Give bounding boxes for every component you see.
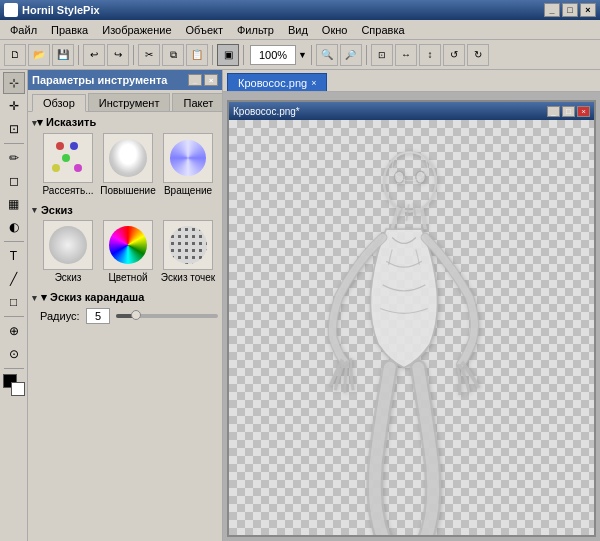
tab-pack[interactable]: Пакет [172,93,223,111]
menu-window[interactable]: Окно [316,22,354,38]
filter-sketch-dots[interactable]: Эскиз точек [160,220,216,283]
inner-min-button[interactable]: _ [547,106,560,117]
crop-tool[interactable]: ⊡ [3,118,25,140]
svg-line-1 [392,208,398,229]
canvas-tab[interactable]: Кровосос.png × [227,73,327,91]
flip-v-button[interactable]: ↕ [419,44,441,66]
slider-track [116,314,218,318]
select-tool[interactable]: ⊹ [3,72,25,94]
background-color[interactable] [11,382,25,396]
rotate-left-button[interactable]: ↺ [443,44,465,66]
menu-help[interactable]: Справка [355,22,410,38]
fill-tool[interactable]: ▦ [3,193,25,215]
section-eskiz-header[interactable]: ▾ Эскиз [32,204,218,216]
tab-tool[interactable]: Инструмент [88,93,171,111]
menu-bar: Файл Правка Изображение Объект Фильтр Ви… [0,20,600,40]
filter-sketch-dots-label: Эскиз точек [161,272,215,283]
panel-title: Параметры инструмента [32,74,167,86]
filter-sketch-color[interactable]: Цветной [100,220,156,283]
toolbar-sep-2 [133,45,134,65]
filter-sketch-gray[interactable]: Эскиз [40,220,96,283]
section-iskaz-header[interactable]: ▾ ▾ Исказить [32,116,218,129]
canvas-tab-label: Кровосос.png [238,77,307,89]
maximize-button[interactable]: □ [562,3,578,17]
text-tool[interactable]: T [3,245,25,267]
zoom-input[interactable] [250,45,296,65]
zoom-box: ▼ [250,45,307,65]
tool-sep-2 [4,241,24,242]
open-button[interactable]: 📂 [28,44,50,66]
menu-object[interactable]: Объект [180,22,229,38]
radius-slider[interactable] [116,311,218,321]
color-swatch [3,374,25,396]
canvas-tab-bar: Кровосос.png × [223,70,600,92]
panel-close-button[interactable]: × [204,74,218,86]
fit-button[interactable]: ⊡ [371,44,393,66]
redo-button[interactable]: ↪ [107,44,129,66]
line-tool[interactable]: ╱ [3,268,25,290]
zoom-out-button[interactable]: 🔎 [340,44,362,66]
panel-title-bar: Параметры инструмента _ × [28,70,222,90]
clone-tool[interactable]: ⊙ [3,343,25,365]
inner-max-button[interactable]: □ [562,106,575,117]
canvas-content [229,120,594,535]
filter-scatter-preview [43,133,93,183]
zoom-suffix: ▼ [298,50,307,60]
rotate-right-button[interactable]: ↻ [467,44,489,66]
menu-edit[interactable]: Правка [45,22,94,38]
minimize-button[interactable]: _ [544,3,560,17]
menu-view[interactable]: Вид [282,22,314,38]
zoom-in-button[interactable]: 🔍 [316,44,338,66]
eraser-tool[interactable]: ◻ [3,170,25,192]
inner-window-controls: _ □ × [547,106,590,117]
eyedropper-tool[interactable]: ⊕ [3,320,25,342]
menu-filter[interactable]: Фильтр [231,22,280,38]
panel-minimize-button[interactable]: _ [188,74,202,86]
filter-scatter-label: Рассеять... [42,185,93,196]
filter-sketch-gray-preview [43,220,93,270]
new-button[interactable]: 🗋 [4,44,26,66]
brush-tool[interactable]: ✏ [3,147,25,169]
filter-rotate-label: Вращение [164,185,212,196]
section-pencil-label: ▾ Эскиз карандаша [41,291,144,304]
inner-close-button[interactable]: × [577,106,590,117]
svg-point-5 [392,152,428,180]
panel-title-controls: _ × [188,74,218,86]
shape-tool[interactable]: □ [3,291,25,313]
gradient-tool[interactable]: ◐ [3,216,25,238]
undo-button[interactable]: ↩ [83,44,105,66]
slider-thumb[interactable] [131,310,141,320]
toolbar-sep-6 [366,45,367,65]
filter-rotate[interactable]: Вращение [160,133,216,196]
cut-button[interactable]: ✂ [138,44,160,66]
radius-input[interactable] [86,308,110,324]
section-iskaz-label: ▾ Исказить [37,116,96,129]
filter-scatter[interactable]: Рассеять... [40,133,96,196]
flip-h-button[interactable]: ↔ [395,44,417,66]
section-pencil-arrow: ▾ [32,293,37,303]
tool-sep-1 [4,143,24,144]
close-button[interactable]: × [580,3,596,17]
menu-image[interactable]: Изображение [96,22,177,38]
filter-raise-preview [103,133,153,183]
toolbar-sep-4 [243,45,244,65]
canvas-tab-close[interactable]: × [311,78,316,88]
title-bar: Hornil StylePix _ □ × [0,0,600,20]
select-mode-button[interactable]: ▣ [217,44,239,66]
radius-label: Радиус: [40,310,80,322]
save-button[interactable]: 💾 [52,44,74,66]
filter-raise[interactable]: Повышение [100,133,156,196]
main-area: ⊹ ✛ ⊡ ✏ ◻ ▦ ◐ T ╱ □ ⊕ ⊙ Параметры инстру… [0,70,600,541]
section-eskiz-arrow: ▾ [32,205,37,215]
filter-grid-eskiz: Эскиз Цветной Эскиз точек [40,220,218,283]
canvas-area: Кровосос.png × Кровосос.png* _ □ × [223,70,600,541]
copy-button[interactable]: ⧉ [162,44,184,66]
panel-area: Параметры инструмента _ × Обзор Инструме… [28,70,223,541]
section-pencil-header[interactable]: ▾ ▾ Эскиз карандаша [32,291,218,304]
app-icon [4,3,18,17]
paste-button[interactable]: 📋 [186,44,208,66]
move-tool[interactable]: ✛ [3,95,25,117]
toolbar-sep-1 [78,45,79,65]
tab-overview[interactable]: Обзор [32,94,86,112]
menu-file[interactable]: Файл [4,22,43,38]
